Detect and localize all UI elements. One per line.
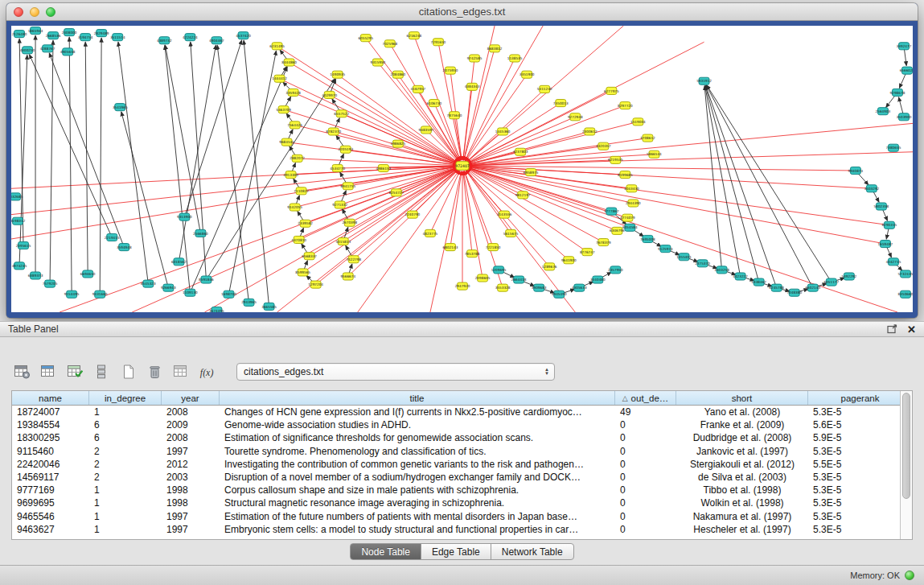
tab-network-table[interactable]: Network Table	[491, 543, 574, 560]
create-column-icon[interactable]	[119, 363, 137, 381]
show-columns-icon[interactable]	[39, 363, 57, 381]
column-header-name[interactable]: name	[12, 391, 89, 405]
node-label: 972407	[455, 164, 470, 168]
float-panel-icon[interactable]	[887, 324, 897, 334]
table-row[interactable]: 977716911998Corpus callosum shape and si…	[12, 484, 912, 496]
table-tabs: Node TableEdge TableNetwork Table	[0, 543, 924, 560]
table-row[interactable]: 911546021997Tourette syndrome. Phenomeno…	[12, 445, 912, 458]
node-label: 1698700	[221, 292, 236, 296]
node-label: 8683812	[487, 47, 503, 51]
column-header-out_de[interactable]: △out_de…	[615, 391, 676, 405]
cell: 5.3E-5	[808, 484, 912, 496]
table-scrollbar[interactable]	[900, 391, 912, 539]
cell: 2	[89, 459, 162, 470]
window-titlebar[interactable]: citations_edges.txt	[6, 3, 918, 21]
node-label: 4974245	[12, 264, 27, 268]
table-row[interactable]: 1830029562008Estimation of significance …	[12, 431, 912, 444]
node-label: 3403292	[864, 187, 880, 191]
table-row[interactable]: 946554611997Estimation of the future num…	[12, 510, 912, 523]
zoom-window-button[interactable]	[46, 7, 55, 17]
node-label: 1659487	[878, 242, 893, 246]
node-label: 9272948	[568, 115, 583, 119]
show-selected-icon[interactable]	[66, 363, 84, 381]
node-label: 8591846	[199, 278, 214, 282]
node-label: 9940874	[848, 169, 864, 173]
network-edge	[466, 89, 544, 162]
function-builder-icon[interactable]: f(x)	[199, 363, 216, 381]
window-controls	[14, 7, 55, 17]
node-label: 3351900	[519, 72, 535, 76]
table-mode-icon[interactable]	[13, 363, 31, 381]
cell: Disruption of a novel member of a sodium…	[220, 472, 615, 483]
network-edge	[290, 63, 458, 163]
close-window-button[interactable]	[14, 7, 23, 17]
node-label: 3541965	[113, 105, 128, 109]
network-edge	[303, 169, 458, 273]
cell: Nakamura et al. (1997)	[676, 511, 808, 522]
node-label: 1519004	[630, 120, 646, 124]
node-label: 8782370	[326, 130, 341, 134]
cell: 1	[89, 511, 162, 522]
network-edge	[85, 42, 88, 274]
node-label: 4320357	[596, 144, 611, 148]
node-label: 7422798	[346, 257, 361, 262]
cell: Dudbridge et al. (2008)	[676, 432, 808, 443]
node-label: 3777867	[604, 209, 619, 213]
node-label: 9313900	[177, 215, 192, 219]
cell: Changes of HCN gene expression and I(f) …	[220, 406, 615, 418]
minimize-window-button[interactable]	[30, 7, 39, 17]
column-header-short[interactable]: short	[676, 391, 808, 405]
tab-edge-table[interactable]: Edge Table	[421, 543, 491, 560]
node-label: 3359428	[285, 91, 301, 95]
network-edge	[316, 169, 458, 284]
table-row[interactable]: 1456911722003Disruption of a novel membe…	[12, 471, 912, 484]
node-label: 7875640	[447, 113, 462, 117]
cell: Estimation of significance thresholds fo…	[220, 432, 615, 443]
cell: 5.3E-5	[808, 446, 912, 457]
table-row[interactable]: 1872400712008Changes of HCN gene express…	[12, 406, 912, 418]
node-label: 4904467	[209, 39, 224, 43]
node-label: 2240790	[405, 212, 421, 216]
node-label: 4029970	[322, 93, 337, 97]
cell: 9465546	[12, 511, 89, 522]
network-graph[interactable]: 2126480186594426685362408000319475428294…	[11, 26, 913, 312]
cell: 9115460	[12, 446, 89, 457]
column-header-in_degree[interactable]: in_degree	[89, 391, 162, 405]
delete-column-icon[interactable]	[146, 363, 163, 381]
column-header-year[interactable]: year	[162, 391, 220, 405]
cell: 5.3E-5	[808, 472, 912, 483]
network-edge	[165, 45, 190, 292]
cell: 6	[89, 419, 162, 431]
node-label: 2947920	[455, 284, 470, 288]
table-row[interactable]: 946362711997Embryonic stem cells: a mode…	[12, 523, 912, 536]
node-label: 1138535	[507, 56, 523, 60]
network-edge	[463, 171, 483, 278]
node-table: namein_degreeyeartitle△out_de…shortpager…	[11, 390, 913, 540]
node-label: 8199685	[618, 173, 633, 177]
network-selector[interactable]: citations_edges.txt ▲▼	[236, 363, 555, 381]
table-row[interactable]: 1938455462009Genome-wide association stu…	[12, 418, 912, 431]
node-label: 9566674	[340, 274, 355, 278]
table-row[interactable]: 969969511998Structural magnetic resonanc…	[12, 496, 912, 509]
node-label: 2664418	[511, 278, 527, 282]
cell: 2009	[162, 419, 220, 431]
node-label: 6018562	[171, 260, 187, 264]
scrollbar-thumb[interactable]	[902, 393, 910, 499]
node-label: 9315950	[370, 60, 385, 64]
column-header-title[interactable]: title	[220, 391, 615, 405]
column-header-pagerank[interactable]: pagerank	[808, 391, 912, 405]
node-label: 6958975	[524, 171, 539, 175]
row-options-icon[interactable]	[92, 363, 110, 381]
node-label: 2219415	[105, 236, 120, 240]
import-table-icon[interactable]	[172, 363, 190, 381]
tab-node-table[interactable]: Node Table	[350, 543, 421, 560]
network-edge	[338, 75, 458, 163]
node-label: 6802143	[443, 245, 458, 249]
node-label: 2339582	[298, 221, 313, 225]
node-label: 5866544	[647, 152, 662, 156]
memory-led-icon	[905, 571, 914, 580]
table-row[interactable]: 2242004622012Investigating the contribut…	[12, 458, 912, 471]
combo-stepper-icon[interactable]: ▲▼	[543, 368, 551, 376]
close-panel-icon[interactable]: ✕	[907, 324, 916, 335]
table-panel: Table Panel ✕	[0, 321, 924, 565]
